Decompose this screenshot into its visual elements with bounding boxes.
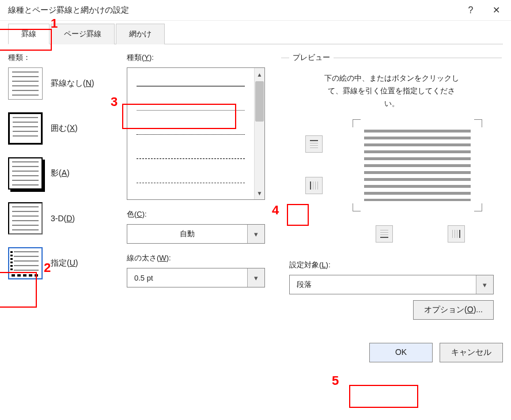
svg-rect-12 [459,230,460,238]
scroll-down-icon[interactable]: ▼ [255,187,264,199]
preview-hint: 下の絵の中、またはボタンをクリックし て、罫線を引く位置を指定してくださ い。 [289,72,494,110]
apply-to-dropdown[interactable]: 段落 ▾ [289,275,494,294]
svg-rect-0 [310,140,318,141]
style-item-dashed-2[interactable] [132,171,249,195]
style-item-dotted[interactable] [132,122,249,146]
corner-marker [474,119,482,127]
svg-rect-9 [380,230,388,230]
corner-marker [353,119,361,127]
style-scrollbar[interactable]: ▲ ▼ [254,68,264,199]
color-value: 自動 [127,229,247,239]
cancel-button[interactable]: キャンセル [440,343,503,362]
setting-none-icon [8,67,43,100]
setting-custom-icon [8,247,43,279]
corner-marker [353,203,361,211]
border-right-button[interactable] [448,225,465,243]
style-label: 種類(Y): [127,52,265,63]
svg-rect-7 [317,181,318,190]
border-top-button[interactable] [305,135,323,153]
settings-label: 種類： [8,52,112,63]
setting-3d-label: 3-D(D) [51,214,75,223]
titlebar: 線種とページ罫線と網かけの設定 ? ✕ [0,0,511,21]
scroll-thumb[interactable] [255,81,264,122]
setting-custom[interactable]: 指定(U) [8,247,112,279]
svg-rect-8 [380,237,388,238]
corner-marker [474,203,482,211]
style-item-dashed[interactable] [132,146,249,171]
width-label: 線の太さ(W): [127,253,265,263]
svg-rect-15 [457,230,457,238]
svg-rect-10 [380,232,388,233]
setting-custom-label: 指定(U) [51,258,78,268]
setting-none-label: 罫線なし(N) [51,78,94,89]
preview-area[interactable] [289,119,494,229]
chevron-down-icon: ▾ [247,225,264,243]
apply-to-label: 設定対象(L): [289,260,494,270]
style-item-thin[interactable] [132,98,249,122]
svg-rect-3 [310,147,318,148]
style-listbox[interactable]: ▲ ▼ [127,67,265,200]
svg-rect-1 [310,143,318,143]
options-button[interactable]: オプション(O)... [413,300,494,320]
tab-bar: 罫線 ページ罫線 網かけ [8,23,503,44]
border-left-button[interactable] [305,177,323,194]
help-button[interactable]: ? [458,0,483,21]
dialog-title: 線種とページ罫線と網かけの設定 [8,5,458,16]
ok-button[interactable]: OK [369,343,433,362]
setting-box[interactable]: 囲む(X) [8,112,112,145]
color-dropdown[interactable]: 自動 ▾ [127,224,265,244]
style-item-solid[interactable] [132,74,249,98]
setting-shadow-label: 影(A) [51,168,70,179]
preview-legend: プレビュー [289,52,334,63]
setting-shadow[interactable]: 影(A) [8,157,112,190]
annotation-box-5 [349,385,418,408]
svg-rect-4 [310,181,311,190]
setting-box-icon [8,112,43,145]
border-bottom-button[interactable] [376,225,393,243]
setting-shadow-icon [8,157,43,190]
color-label: 色(C): [127,209,265,220]
svg-rect-11 [380,234,388,235]
width-value: 0.5 pt [127,274,247,282]
preview-paragraph [364,130,471,201]
apply-to-value: 段落 [290,279,476,290]
tab-borders[interactable]: 罫線 [8,24,50,44]
annotation-5: 5 [332,373,339,388]
svg-rect-5 [313,181,313,190]
tab-page-borders[interactable]: ページ罫線 [51,24,115,44]
chevron-down-icon: ▾ [476,275,493,294]
scroll-up-icon[interactable]: ▲ [255,68,264,81]
preview-group: プレビュー 下の絵の中、またはボタンをクリックし て、罫線を引く位置を指定してく… [281,52,502,329]
dialog-footer: OK キャンセル [8,343,503,362]
setting-3d-icon [8,202,43,234]
svg-rect-13 [452,230,453,238]
setting-box-label: 囲む(X) [51,123,78,134]
setting-none[interactable]: 罫線なし(N) [8,67,112,100]
setting-3d[interactable]: 3-D(D) [8,202,112,234]
tab-shading[interactable]: 網かけ [116,24,165,44]
close-button[interactable]: ✕ [483,0,509,21]
svg-rect-14 [455,230,455,238]
svg-rect-6 [315,181,316,190]
chevron-down-icon: ▾ [247,268,264,287]
width-dropdown[interactable]: 0.5 pt ▾ [127,268,265,287]
svg-rect-2 [310,145,318,146]
